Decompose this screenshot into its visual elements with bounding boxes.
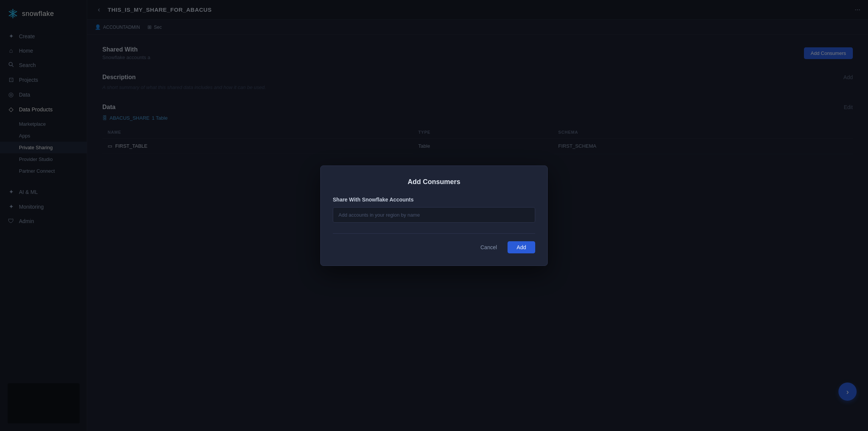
account-name-input[interactable]	[333, 207, 535, 223]
add-button[interactable]: Add	[508, 241, 535, 253]
modal-footer: Cancel Add	[333, 241, 535, 253]
modal-divider	[333, 233, 535, 234]
cancel-button[interactable]: Cancel	[474, 241, 503, 253]
modal-section-title: Share With Snowflake Accounts	[333, 197, 535, 203]
modal-title: Add Consumers	[333, 178, 535, 186]
modal-overlay[interactable]: Add Consumers Share With Snowflake Accou…	[0, 0, 868, 431]
add-consumers-modal: Add Consumers Share With Snowflake Accou…	[320, 166, 548, 266]
